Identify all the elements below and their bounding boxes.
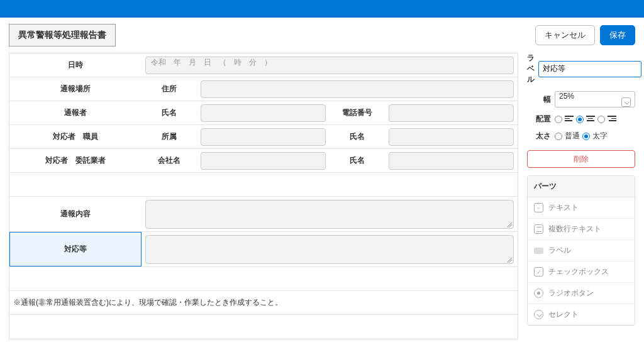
textarea-action[interactable] xyxy=(145,235,514,264)
weight-normal-radio[interactable] xyxy=(555,133,562,140)
row-datetime[interactable]: 日時 令和 年 月 日 （ 時 分 ） xyxy=(9,53,518,77)
input-staff-name[interactable] xyxy=(389,128,514,146)
label-content: 通報内容 xyxy=(9,197,142,231)
prop-label-input[interactable] xyxy=(538,61,641,77)
row-location[interactable]: 通報場所 住所 xyxy=(9,77,518,101)
label-icon xyxy=(534,248,543,254)
label-location: 通報場所 xyxy=(9,77,142,101)
form-header: 異常警報等処理報告書 キャンセル 保存 xyxy=(0,18,644,53)
prop-weight-lbl: 太さ xyxy=(527,131,551,141)
part-select-label: セレクト xyxy=(548,309,579,320)
prop-weight: 太さ 普通 太字 xyxy=(527,131,635,141)
delete-button[interactable]: 削除 xyxy=(527,150,635,168)
sub-contractor-company: 会社名 xyxy=(142,149,197,172)
align-right-radio[interactable] xyxy=(597,116,605,123)
label-staff: 対応者 職員 xyxy=(9,125,142,148)
part-text-label: テキスト xyxy=(548,202,579,213)
row-reporter[interactable]: 通報者 氏名 電話番号 xyxy=(9,101,518,125)
sub-location-address: 住所 xyxy=(142,77,197,101)
spacer-row-3 xyxy=(9,315,518,339)
prop-width: 幅 25% xyxy=(527,91,635,107)
part-label-label: ラベル xyxy=(548,245,571,256)
part-checkbox-label: チェックボックス xyxy=(548,266,609,277)
input-reporter-name[interactable] xyxy=(201,104,326,122)
properties-sidebar: ラベル 幅 25% 配置 太さ 普通 xyxy=(527,53,635,339)
prop-label: ラベル xyxy=(527,53,635,85)
multiline-icon xyxy=(534,224,543,234)
weight-bold-radio[interactable] xyxy=(582,133,590,140)
save-button[interactable]: 保存 xyxy=(600,25,635,45)
align-right-icon xyxy=(608,116,616,123)
prop-label-lbl: ラベル xyxy=(527,53,535,85)
parts-panel: パーツ − テキスト 複数行テキスト ラベル ✓ チェックボックス ラジオボタン xyxy=(527,175,635,326)
spacer-row-2 xyxy=(9,267,518,291)
input-contractor-company[interactable] xyxy=(201,152,326,170)
prop-width-lbl: 幅 xyxy=(527,94,551,105)
parts-header: パーツ xyxy=(528,176,635,197)
label-action-selected[interactable]: 対応等 xyxy=(9,232,142,266)
label-contractor: 対応者 委託業者 xyxy=(9,149,142,172)
sub-reporter-phone: 電話番号 xyxy=(330,101,385,124)
textarea-content[interactable] xyxy=(145,200,514,229)
align-left-icon xyxy=(565,116,574,123)
main: 日時 令和 年 月 日 （ 時 分 ） 通報場所 住所 通報者 氏名 電話番号 … xyxy=(0,53,644,348)
input-staff-dept[interactable] xyxy=(201,128,326,146)
header-actions: キャンセル 保存 xyxy=(535,25,635,45)
part-radio[interactable]: ラジオボタン xyxy=(528,283,635,304)
checkbox-icon: ✓ xyxy=(534,267,543,277)
input-datetime[interactable]: 令和 年 月 日 （ 時 分 ） xyxy=(145,57,514,74)
part-radio-label: ラジオボタン xyxy=(548,288,594,299)
input-location-address[interactable] xyxy=(201,80,514,98)
app-top-bar xyxy=(0,0,644,18)
row-contractor[interactable]: 対応者 委託業者 会社名 氏名 xyxy=(9,149,518,173)
align-left-radio[interactable] xyxy=(555,116,562,123)
prop-align-lbl: 配置 xyxy=(527,114,551,124)
part-text[interactable]: − テキスト xyxy=(528,197,635,219)
weight-options: 普通 太字 xyxy=(555,131,608,141)
part-label[interactable]: ラベル xyxy=(528,240,635,261)
align-center-icon xyxy=(586,116,595,123)
input-reporter-phone[interactable] xyxy=(389,104,514,122)
part-select[interactable]: セレクト xyxy=(528,304,635,325)
spacer-row xyxy=(9,173,518,197)
input-contractor-name[interactable] xyxy=(389,152,514,170)
cancel-button[interactable]: キャンセル xyxy=(535,25,595,45)
label-reporter: 通報者 xyxy=(9,101,142,124)
text-icon: − xyxy=(534,203,543,212)
radio-icon xyxy=(534,288,543,298)
sub-contractor-name: 氏名 xyxy=(330,149,385,172)
prop-width-value: 25% xyxy=(559,92,574,101)
label-datetime: 日時 xyxy=(9,53,142,77)
sub-staff-dept: 所属 xyxy=(142,125,197,148)
weight-normal-label: 普通 xyxy=(565,131,580,141)
part-checkbox[interactable]: ✓ チェックボックス xyxy=(528,261,635,283)
align-options xyxy=(555,116,616,123)
select-icon xyxy=(534,310,543,319)
part-multiline[interactable]: 複数行テキスト xyxy=(528,219,635,240)
form-canvas: 日時 令和 年 月 日 （ 時 分 ） 通報場所 住所 通報者 氏名 電話番号 … xyxy=(9,53,518,339)
sub-staff-name: 氏名 xyxy=(330,125,385,148)
align-center-radio[interactable] xyxy=(576,116,584,123)
weight-bold-label: 太字 xyxy=(592,131,608,141)
prop-width-select[interactable]: 25% xyxy=(555,91,635,107)
part-multiline-label: 複数行テキスト xyxy=(548,224,601,234)
chevron-down-icon xyxy=(621,97,631,107)
row-staff[interactable]: 対応者 職員 所属 氏名 xyxy=(9,125,518,149)
row-content[interactable]: 通報内容 xyxy=(9,197,518,232)
row-action[interactable]: 対応等 xyxy=(9,232,518,267)
form-title: 異常警報等処理報告書 xyxy=(9,24,116,47)
prop-align: 配置 xyxy=(527,114,635,124)
form-note: ※通報(非常用通報装置含む)により、現場で確認・作業したとき作成すること。 xyxy=(9,291,518,315)
sub-reporter-name: 氏名 xyxy=(142,101,197,124)
